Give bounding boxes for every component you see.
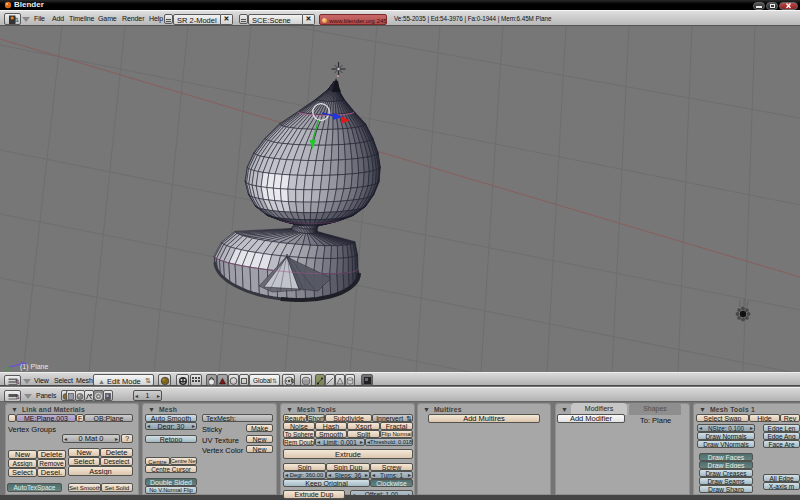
svg-text:(1) Plane: (1) Plane xyxy=(20,363,49,371)
